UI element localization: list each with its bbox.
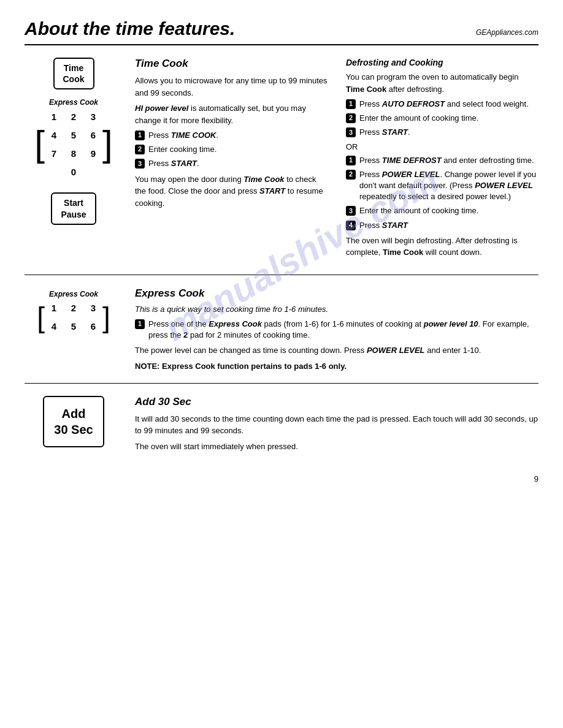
add30-left-panel: Add 30 Sec: [25, 396, 123, 457]
add30-desc1: It will add 30 seconds to the time count…: [135, 413, 538, 437]
defrost-desc: You can program the oven to automaticall…: [346, 71, 538, 95]
start-pause-button[interactable]: Start Pause: [51, 192, 96, 224]
step-3: 3 Press START.: [135, 158, 327, 169]
tdefrost-step-4-badge: 4: [346, 221, 356, 230]
step-1-text: Press TIME COOK.: [148, 130, 218, 141]
step-1-badge: 1: [135, 131, 145, 140]
bracket-right: ]: [102, 126, 113, 162]
expresscook-steps: 1 Press one of the Express Cook pads (fr…: [135, 319, 538, 341]
bracket-left: [: [34, 126, 45, 162]
key-8[interactable]: 8: [64, 148, 83, 159]
timecook-button[interactable]: Time Cook: [53, 58, 94, 89]
timecook-steps: 1 Press TIME COOK. 2 Enter cooking time.…: [135, 130, 327, 170]
ec-step-1: 1 Press one of the Express Cook pads (fr…: [135, 319, 538, 341]
divider-1: [25, 275, 538, 275]
key-7[interactable]: 7: [45, 148, 63, 159]
ec-keypad-grid: 1 2 3 4 5 6: [45, 300, 102, 335]
ec-key-6[interactable]: 6: [84, 321, 102, 332]
expresscook-keypad-label: Express Cook: [37, 290, 110, 298]
expresscook-note: NOTE: Express Cook function pertains to …: [135, 362, 538, 371]
auto-defrost-steps: 1 Press AUTO DEFROST and select food wei…: [346, 99, 538, 138]
tdefrost-step-3: 3 Enter the amount of cooking time.: [346, 205, 538, 216]
expresscook-right-panel: Express Cook This is a quick way to set …: [135, 287, 538, 371]
ec-key-5[interactable]: 5: [64, 321, 83, 332]
auto-step-1-text: Press AUTO DEFROST and select food weigh…: [359, 99, 529, 110]
tdefrost-step-4-text: Press START: [359, 220, 408, 231]
key-3[interactable]: 3: [84, 112, 102, 122]
step-1: 1 Press TIME COOK.: [135, 130, 327, 141]
or-text: OR: [346, 142, 538, 151]
ec-step-1-badge: 1: [135, 319, 145, 329]
expresscook-power-text: The power level can be changed as time i…: [135, 344, 538, 357]
keypad-label: Express Cook: [34, 98, 112, 107]
ec-key-1[interactable]: 1: [45, 303, 63, 313]
timecook-keypad: Express Cook [ 1 2 3 4 5 6 7 8 9 0: [34, 98, 112, 180]
timecook-desc1: Allows you to microwave for any time up …: [135, 75, 327, 99]
expresscook-italic-desc: This is a quick way to set cooking time …: [135, 305, 538, 314]
auto-step-2-badge: 2: [346, 113, 356, 123]
timecook-left-panel: Time Cook Express Cook [ 1 2 3 4 5 6 7 8: [25, 58, 123, 262]
tdefrost-step-2-badge: 2: [346, 170, 356, 180]
keypad-grid: 1 2 3 4 5 6 7 8 9 0: [45, 108, 102, 180]
add30-title: Add 30 Sec: [135, 396, 538, 408]
ec-key-3[interactable]: 3: [84, 303, 102, 313]
timecook-section: Time Cook Express Cook [ 1 2 3 4 5 6 7 8: [25, 58, 538, 262]
hi-power-label: HI power level: [135, 104, 188, 113]
keypad-bracket: [ 1 2 3 4 5 6 7 8 9 0 ]: [34, 108, 112, 180]
add30-desc2: The oven will start immediately when pre…: [135, 441, 538, 453]
tdefrost-step-2-text: Press POWER LEVEL. Change power level if…: [359, 169, 538, 203]
ec-bracket-right: ]: [102, 303, 110, 332]
auto-step-3: 3 Press START.: [346, 127, 538, 138]
timecook-right-panel: Time Cook Allows you to microwave for an…: [135, 58, 538, 262]
auto-step-3-badge: 3: [346, 127, 356, 137]
ec-step-1-text: Press one of the Express Cook pads (from…: [148, 319, 538, 341]
tdefrost-step-3-text: Enter the amount of cooking time.: [359, 205, 478, 216]
page-header: About the time features. GEAppliances.co…: [25, 18, 538, 45]
auto-step-3-text: Press START.: [359, 127, 410, 138]
timecook-hi-power: HI power level is automatically set, but…: [135, 102, 327, 126]
key-9[interactable]: 9: [84, 148, 102, 159]
tdefrost-step-2: 2 Press POWER LEVEL. Change power level …: [346, 169, 538, 203]
defrost-heading: Defrosting and Cooking: [346, 58, 538, 67]
ec-key-2[interactable]: 2: [64, 303, 83, 313]
tdefrost-step-3-badge: 3: [346, 206, 356, 216]
website-label: GEAppliances.com: [476, 28, 538, 37]
tdefrost-step-1: 1 Press TIME DEFROST and enter defrostin…: [346, 155, 538, 166]
tdefrost-step-4: 4 Press START: [346, 220, 538, 231]
expresscook-keypad-bracket: [ 1 2 3 4 5 6 ]: [37, 300, 110, 335]
timecook-title: Time Cook: [135, 58, 327, 70]
timecook-instructions: Time Cook Allows you to microwave for an…: [135, 58, 327, 262]
ec-key-4[interactable]: 4: [45, 321, 63, 332]
step-3-text: Press START.: [148, 158, 199, 169]
auto-step-2: 2 Enter the amount of cooking time.: [346, 113, 538, 124]
key-6[interactable]: 6: [84, 130, 102, 140]
add30-button[interactable]: Add 30 Sec: [43, 396, 104, 447]
key-4[interactable]: 4: [45, 130, 63, 140]
key-0[interactable]: 0: [45, 167, 102, 177]
expresscook-title: Express Cook: [135, 287, 538, 300]
ec-bracket-left: [: [37, 303, 45, 332]
key-2[interactable]: 2: [64, 112, 83, 122]
tdefrost-step-1-badge: 1: [346, 156, 356, 165]
step-3-badge: 3: [135, 159, 145, 169]
page-number: 9: [25, 474, 538, 483]
auto-step-1-badge: 1: [346, 99, 356, 109]
tdefrost-step-1-text: Press TIME DEFROST and enter defrosting …: [359, 155, 534, 166]
timecook-door-text: You may open the door during Time Cook t…: [135, 173, 327, 210]
expresscook-keypad: Express Cook [ 1 2 3 4 5 6 ]: [37, 290, 110, 335]
expresscook-section: Express Cook [ 1 2 3 4 5 6 ] Express Coo…: [25, 287, 538, 371]
step-2: 2 Enter cooking time.: [135, 144, 327, 155]
time-defrost-steps: 1 Press TIME DEFROST and enter defrostin…: [346, 155, 538, 231]
defrost-instructions: Defrosting and Cooking You can program t…: [346, 58, 538, 262]
auto-step-1: 1 Press AUTO DEFROST and select food wei…: [346, 99, 538, 110]
divider-2: [25, 383, 538, 384]
key-5[interactable]: 5: [64, 130, 83, 140]
step-2-text: Enter cooking time.: [148, 144, 216, 155]
key-1[interactable]: 1: [45, 112, 63, 122]
expresscook-left-panel: Express Cook [ 1 2 3 4 5 6 ]: [25, 287, 123, 371]
timecook-two-col: Time Cook Allows you to microwave for an…: [135, 58, 538, 262]
add30-right-panel: Add 30 Sec It will add 30 seconds to the…: [135, 396, 538, 457]
auto-step-2-text: Enter the amount of cooking time.: [359, 113, 478, 124]
page-title: About the time features.: [25, 18, 235, 39]
step-2-badge: 2: [135, 145, 145, 154]
